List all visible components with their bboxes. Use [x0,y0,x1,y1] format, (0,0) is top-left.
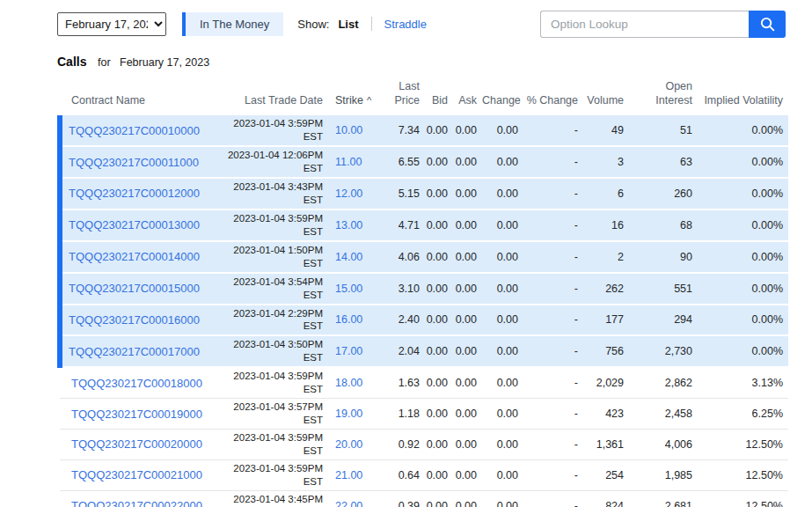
strike-link[interactable]: 16.00 [335,313,362,326]
contract-name-cell: TQQQ230217C00019000 [60,399,227,430]
change-cell: 0.00 [482,335,523,367]
strike-link[interactable]: 17.00 [335,345,362,357]
volume-cell: 423 [583,399,629,430]
contract-link[interactable]: TQQQ230217C00021000 [71,468,202,481]
strike-cell: 13.00 [328,209,385,241]
strike-cell: 17.00 [328,335,385,367]
implied-volatility-cell: 0.00% [698,273,788,305]
table-row: TQQQ230217C000160002023-01-04 2:29PMEST1… [60,305,788,336]
last-price-cell: 0.64 [385,459,425,490]
change-cell: 0.00 [482,146,523,178]
in-the-money-button[interactable]: In The Money [182,12,283,36]
bid-cell: 0.00 [425,178,453,209]
strike-link[interactable]: 13.00 [335,219,362,231]
last-trade-timezone: EST [227,194,323,207]
open-interest-cell: 2,458 [629,399,698,430]
column-header-strike[interactable]: Strike^ [328,80,385,115]
percent-change-cell: - [523,115,583,146]
contract-link[interactable]: TQQQ230217C00022000 [71,499,202,507]
implied-volatility-cell: 6.25% [698,399,788,430]
change-cell: 0.00 [482,178,523,209]
strike-link[interactable]: 10.00 [335,124,362,136]
volume-cell: 49 [583,115,629,146]
last-trade-timezone: EST [227,445,323,458]
contract-link[interactable]: TQQQ230217C00012000 [69,187,200,200]
contract-name-cell: TQQQ230217C00014000 [60,241,227,273]
last-trade-datetime: 2023-01-04 3:59PM [227,431,323,445]
last-price-cell: 0.39 [385,490,425,507]
strike-link[interactable]: 18.00 [335,377,362,389]
last-price-cell: 3.10 [385,273,425,305]
table-row: TQQQ230217C000120002023-01-04 3:43PMEST1… [60,178,788,209]
sort-ascending-icon: ^ [367,95,371,106]
view-toggle-list[interactable]: List [338,18,358,31]
contract-name-cell: TQQQ230217C00017000 [60,335,227,367]
percent-change-cell: - [523,146,583,178]
ask-cell: 0.00 [453,305,482,336]
change-cell: 0.00 [482,459,523,490]
open-interest-cell: 68 [629,209,698,241]
implied-volatility-cell: 3.13% [698,367,788,398]
expiration-date-select[interactable]: February 17, 2023 [57,12,166,36]
last-trade-datetime: 2023-01-04 3:54PM [227,276,323,289]
percent-change-cell: - [523,209,583,241]
strike-link[interactable]: 15.00 [335,283,362,295]
change-cell: 0.00 [482,209,523,241]
contract-link[interactable]: TQQQ230217C00010000 [69,124,200,137]
volume-cell: 6 [583,178,629,209]
option-lookup-search-button[interactable] [749,11,786,38]
change-cell: 0.00 [482,490,523,507]
contract-link[interactable]: TQQQ230217C00011000 [69,156,199,169]
strike-link[interactable]: 12.00 [335,187,362,200]
last-trade-date-cell: 2023-01-04 3:57PMEST [227,399,328,430]
contract-link[interactable]: TQQQ230217C00014000 [69,250,200,263]
option-lookup-input[interactable] [540,11,749,38]
table-row: TQQQ230217C000190002023-01-04 3:57PMEST1… [60,399,788,430]
last-price-cell: 1.18 [385,399,425,430]
view-toggle-straddle[interactable]: Straddle [384,18,427,31]
open-interest-cell: 90 [629,241,698,273]
column-header-change: Change [482,80,523,115]
table-row: TQQQ230217C000180002023-01-04 3:59PMEST1… [60,367,788,398]
bid-cell: 0.00 [425,490,453,507]
contract-link[interactable]: TQQQ230217C00020000 [71,437,202,451]
strike-cell: 21.00 [328,459,385,490]
contract-link[interactable]: TQQQ230217C00017000 [69,345,200,358]
contract-link[interactable]: TQQQ230217C00015000 [69,282,200,295]
last-trade-date-cell: 2023-01-04 3:59PMEST [227,459,328,490]
open-interest-cell: 260 [629,178,698,209]
strike-link[interactable]: 21.00 [335,469,362,481]
options-chain-page: February 17, 2023 In The Money Show: Lis… [0,0,812,507]
contract-link[interactable]: TQQQ230217C00018000 [71,377,202,390]
column-header-volume: Volume [583,80,629,115]
contract-link[interactable]: TQQQ230217C00013000 [69,218,200,231]
volume-cell: 1,361 [583,430,629,460]
last-trade-datetime: 2023-01-04 3:59PM [227,462,323,475]
last-price-cell: 1.63 [385,367,425,398]
percent-change-cell: - [523,430,583,460]
last-price-cell: 0.92 [385,430,425,460]
contract-link[interactable]: TQQQ230217C00019000 [71,408,202,421]
table-row: TQQQ230217C000220002023-01-04 3:45PMEST2… [60,490,788,507]
last-trade-datetime: 2023-01-04 3:59PM [227,370,323,383]
table-row: TQQQ230217C000150002023-01-04 3:54PMEST1… [60,273,788,305]
strike-link[interactable]: 20.00 [335,438,362,451]
strike-link[interactable]: 19.00 [335,408,362,420]
last-price-cell: 7.34 [385,115,425,146]
table-header-row: Contract NameLast Trade DateStrike^Last … [60,80,788,115]
strike-link[interactable]: 14.00 [335,251,362,263]
bid-cell: 0.00 [425,335,453,367]
implied-volatility-cell: 12.50% [698,459,788,490]
table-row: TQQQ230217C000130002023-01-04 3:59PMEST1… [60,209,788,241]
bid-cell: 0.00 [425,430,453,460]
volume-cell: 254 [583,459,629,490]
last-trade-timezone: EST [227,383,323,396]
contract-link[interactable]: TQQQ230217C00016000 [69,313,200,327]
last-trade-date-cell: 2023-01-04 3:59PMEST [227,115,328,146]
last-trade-timezone: EST [227,257,323,270]
strike-link[interactable]: 11.00 [335,156,362,168]
strike-link[interactable]: 22.00 [335,500,362,507]
last-trade-date-cell: 2023-01-04 3:59PMEST [227,430,328,460]
bid-cell: 0.00 [425,367,453,398]
implied-volatility-cell: 0.00% [698,209,788,241]
